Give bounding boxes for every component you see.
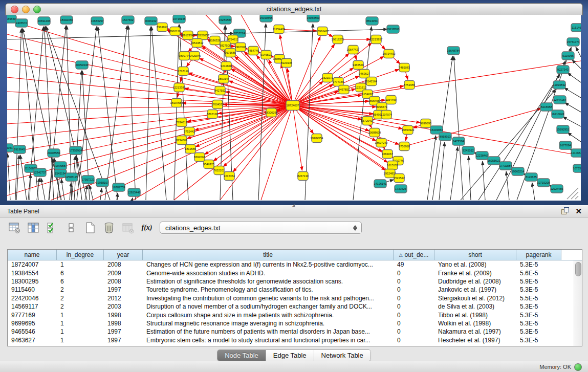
node-table: namein_degreeyeartitle△out_de...shortpag…: [7, 249, 582, 346]
function-builder-icon[interactable]: f(x): [141, 222, 153, 234]
graph-node-label: 19616275: [332, 38, 344, 41]
graph-node-label: 1615132: [387, 164, 398, 167]
table-cell: 1998: [104, 320, 143, 327]
table-cell: 14569117: [8, 303, 57, 310]
table-panel: Table Panel ◢ ✕ f(x) citations_e: [0, 205, 588, 372]
table-cell: 1: [57, 312, 104, 319]
graph-node-label: 16543812: [191, 41, 204, 45]
graph-node-label: 18724007: [287, 104, 299, 107]
resize-grip-icon[interactable]: [565, 187, 580, 200]
table-cell: Stergiakouli et al. (2012): [434, 295, 516, 302]
minimize-window-button[interactable]: [22, 6, 30, 13]
new-file-icon[interactable]: [84, 222, 96, 234]
graph-node-label: 23226058: [197, 34, 209, 37]
table-cell: 2003: [104, 303, 143, 310]
column-header-name[interactable]: name: [8, 250, 57, 260]
table-cell: 6: [57, 278, 104, 285]
float-panel-icon[interactable]: [561, 207, 569, 215]
graph-node-label: 8505061: [7, 146, 13, 149]
graph-node-label: 9675685: [225, 51, 236, 54]
graph-node-label: 1221612: [355, 86, 366, 89]
table-row[interactable]: 969969511998Structural magnetic resonanc…: [8, 319, 574, 327]
graph-node-label: 18954957: [368, 99, 381, 102]
table-row[interactable]: 1830029562008Estimation of significance …: [8, 277, 574, 286]
graph-node-label: 9463627: [359, 72, 370, 75]
network-canvas[interactable]: 9155660240557220691406183024501065325715…: [7, 15, 581, 201]
graph-node-label: 3919945: [14, 148, 25, 151]
table-cell: Genome-wide association studies in ADHD.: [143, 270, 394, 277]
combobox-value: citations_edges.txt: [160, 224, 351, 232]
panel-resize-grip-icon[interactable]: ◢: [292, 204, 297, 207]
table-row[interactable]: 911546021997Tourette syndrome. Phenomeno…: [8, 286, 574, 294]
close-window-button[interactable]: [11, 6, 18, 13]
citation-network-graph[interactable]: 9155660240557220691406183024501065325715…: [7, 15, 581, 201]
column-header-year[interactable]: year: [104, 250, 143, 260]
graph-node-label: 8958923: [440, 135, 451, 138]
rows-icon[interactable]: [65, 222, 77, 234]
graph-node-label: 9754612: [227, 38, 238, 41]
column-visibility-icon[interactable]: [27, 222, 39, 234]
table-cell: 1: [57, 320, 104, 327]
table-cell: Estimation of the future numbers of pati…: [143, 328, 394, 335]
graph-node-label: 9756928: [399, 145, 410, 148]
graph-node-label: 8142164: [366, 80, 377, 83]
table-cell: 0: [394, 278, 434, 285]
graph-node-label: 12238467: [476, 154, 489, 157]
graph-node-label: 16916427: [316, 30, 329, 33]
scrollbar-thumb[interactable]: [575, 262, 581, 276]
graph-node-label: 8427552: [214, 89, 226, 92]
column-header-short[interactable]: short: [434, 250, 516, 260]
memory-ok-indicator-icon: [574, 363, 582, 371]
graph-node-label: 7485083: [399, 66, 410, 69]
graph-node-label: 12093832: [553, 83, 566, 86]
network-window-titlebar[interactable]: citations_edges.txt: [5, 3, 583, 15]
column-header-out_de[interactable]: △out_de...: [394, 250, 434, 260]
tab-network-table[interactable]: Network Table: [314, 350, 371, 361]
graph-node-label: 10753442: [573, 167, 581, 170]
tab-edge-table[interactable]: Edge Table: [266, 350, 314, 361]
table-cell: Yano et al. (2008): [434, 261, 516, 268]
column-header-pagerank[interactable]: pagerank: [516, 250, 561, 260]
graph-node-label: 16210643: [552, 113, 564, 116]
graph-node-label: 12505135: [66, 176, 78, 179]
close-panel-icon[interactable]: ✕: [575, 207, 582, 215]
delete-trash-icon[interactable]: [103, 222, 115, 234]
zoom-window-button[interactable]: [33, 6, 41, 13]
table-row[interactable]: 977716911998Corpus callosum shape and si…: [8, 311, 574, 319]
table-row[interactable]: 2242004622012Investigating the contribut…: [8, 294, 574, 302]
table-row[interactable]: 1938455462009Genome-wide association stu…: [8, 269, 574, 277]
memory-status-label: Memory: OK: [539, 364, 571, 370]
table-body[interactable]: 1872400712008Changes of HCN gene express…: [8, 260, 574, 346]
table-vertical-scrollbar[interactable]: [574, 260, 582, 346]
graph-node-label: 23420046: [188, 54, 201, 57]
table-cell: 0: [394, 312, 434, 319]
graph-node-label: 12444154: [554, 98, 567, 101]
tab-node-table[interactable]: Node Table: [217, 350, 266, 361]
table-cell: 0: [394, 286, 434, 293]
table-settings-icon[interactable]: [8, 222, 20, 234]
column-header-title[interactable]: title: [143, 250, 394, 260]
table-row[interactable]: 946554611997Estimation of the future num…: [8, 327, 574, 336]
graph-node-label: 7634619: [176, 121, 187, 124]
row-selection-icon[interactable]: [46, 222, 58, 234]
table-row[interactable]: 1872400712008Changes of HCN gene express…: [8, 260, 574, 269]
graph-node-label: 1151468: [572, 26, 581, 29]
graph-node-label: 10975887: [54, 164, 67, 167]
graph-node-label: 8220135: [281, 61, 292, 64]
combobox-stepper-icon: [351, 225, 359, 231]
table-cell: de Silva et al. (2003): [434, 303, 516, 310]
table-header-row: namein_degreeyeartitle△out_de...shortpag…: [8, 250, 582, 260]
table-toolbar: f(x) citations_edges.txt: [0, 218, 588, 237]
table-cell: 5.3E-5: [516, 312, 561, 319]
graph-node-label: 7652201: [213, 169, 225, 172]
table-row[interactable]: 1456911722003Disruption of a novel membe…: [8, 302, 574, 311]
graph-node-label: 16284887: [219, 18, 232, 21]
graph-node-label: 19654923: [402, 128, 415, 132]
table-row[interactable]: 946362711997Embryonic stem cells: a mode…: [8, 336, 574, 344]
column-header-in_degree[interactable]: in_degree: [57, 250, 104, 260]
table-cell: 1997: [104, 337, 143, 344]
graph-node-label: 2718126: [178, 70, 189, 73]
table-source-combobox[interactable]: citations_edges.txt: [160, 222, 362, 234]
table-cell: Corpus callosum shape and size in male p…: [143, 312, 394, 319]
graph-node-label: 15692951: [557, 128, 570, 131]
